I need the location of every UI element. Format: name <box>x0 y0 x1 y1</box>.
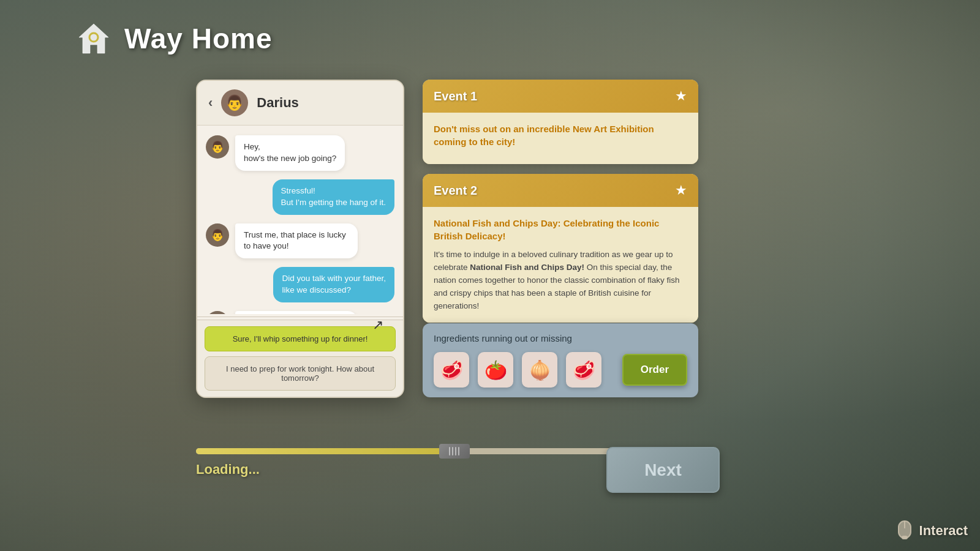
message-row: 👨 Trust me, that place is lucky to have … <box>206 223 394 259</box>
contact-avatar: 👨 <box>221 89 248 116</box>
event-title-2: Event 2 <box>434 184 477 198</box>
ingredient-item-2: 🍅 <box>478 352 513 388</box>
back-button[interactable]: ‹ <box>208 95 213 111</box>
message-row: Did you talk with your father,like we di… <box>206 267 394 302</box>
event-body-2: National Fish and Chips Day: Celebrating… <box>423 207 698 323</box>
ingredients-panel: Ingredients running out or missing 🥩 🍅 🧅… <box>423 323 698 397</box>
event-highlight-2: National Fish and Chips Day: Celebrating… <box>434 217 687 242</box>
chat-choices: Sure, I'll whip something up for dinner!… <box>197 320 403 397</box>
progress-handle[interactable] <box>439 444 470 459</box>
message-row: 👨 Ah. About that. Seems we may have some… <box>206 311 394 314</box>
ingredients-title: Ingredients running out or missing <box>434 333 687 343</box>
message-row: Stressful!But I'm getting the hang of it… <box>206 179 394 215</box>
mouse-icon <box>896 520 913 542</box>
message-bubble: Stressful!But I'm getting the hang of it… <box>273 179 394 215</box>
message-bubble: Trust me, that place is lucky to have yo… <box>235 223 358 259</box>
main-content: Way Home ‹ 👨 Darius 👨 Hey,how's the new … <box>0 0 980 551</box>
choice-button-1[interactable]: Sure, I'll whip something up for dinner! <box>205 326 396 351</box>
handle-line <box>452 447 453 455</box>
svg-rect-4 <box>902 536 908 539</box>
handle-line <box>458 447 459 455</box>
ingredient-item-4: 🥩 <box>566 352 601 388</box>
message-avatar: 👨 <box>206 311 229 314</box>
ingredient-item-3: 🧅 <box>522 352 557 388</box>
event-card-2: Event 2 ★ National Fish and Chips Day: C… <box>423 174 698 323</box>
event-body-1: Don't miss out on an incredible New Art … <box>423 113 698 164</box>
handle-line <box>455 447 456 455</box>
chat-panel: ‹ 👨 Darius 👨 Hey,how's the new job going… <box>196 80 404 398</box>
star-icon-2[interactable]: ★ <box>675 182 687 198</box>
event-title-1: Event 1 <box>434 89 477 103</box>
message-bubble: Ah. About that. Seems we may have some c… <box>235 311 358 314</box>
ingredients-row: 🥩 🍅 🧅 🥩 Order <box>434 352 687 388</box>
app-header: Way Home <box>74 18 272 58</box>
message-row: 👨 Hey,how's the new job going? <box>206 135 394 171</box>
next-button[interactable]: Next <box>606 447 720 493</box>
handle-line <box>449 447 450 455</box>
event-description-2: It's time to indulge in a beloved culina… <box>434 249 687 313</box>
event-card-1: Event 1 ★ Don't miss out on an incredibl… <box>423 80 698 164</box>
message-avatar: 👨 <box>206 223 229 247</box>
loading-text: Loading... <box>196 462 612 478</box>
message-bubble: Did you talk with your father,like we di… <box>273 267 394 302</box>
progress-bar[interactable] <box>196 448 612 454</box>
events-panel: Event 1 ★ Don't miss out on an incredibl… <box>423 80 698 332</box>
app-title: Way Home <box>124 22 272 55</box>
contact-name: Darius <box>257 95 298 111</box>
interact-label: Interact <box>919 523 968 539</box>
avatar-face: 👨 <box>221 89 248 116</box>
progress-fill <box>196 448 454 454</box>
event-header-1: Event 1 ★ <box>423 80 698 113</box>
choice-button-2[interactable]: I need to prep for work tonight. How abo… <box>205 356 396 391</box>
star-icon-1[interactable]: ★ <box>675 88 687 104</box>
message-avatar: 👨 <box>206 135 229 159</box>
order-button[interactable]: Order <box>622 354 687 386</box>
message-bubble: Hey,how's the new job going? <box>235 135 345 171</box>
ingredient-item-1: 🥩 <box>434 352 469 388</box>
interact-section: Interact <box>896 520 968 542</box>
chat-divider <box>197 317 403 317</box>
chat-header: ‹ 👨 Darius <box>197 81 403 126</box>
svg-marker-0 <box>79 24 108 53</box>
progress-section: Loading... <box>196 448 612 478</box>
chat-messages: 👨 Hey,how's the new job going? Stressful… <box>197 126 403 314</box>
event-highlight-1: Don't miss out on an incredible New Art … <box>434 122 687 148</box>
event-header-2: Event 2 ★ <box>423 174 698 207</box>
home-icon <box>74 18 113 58</box>
